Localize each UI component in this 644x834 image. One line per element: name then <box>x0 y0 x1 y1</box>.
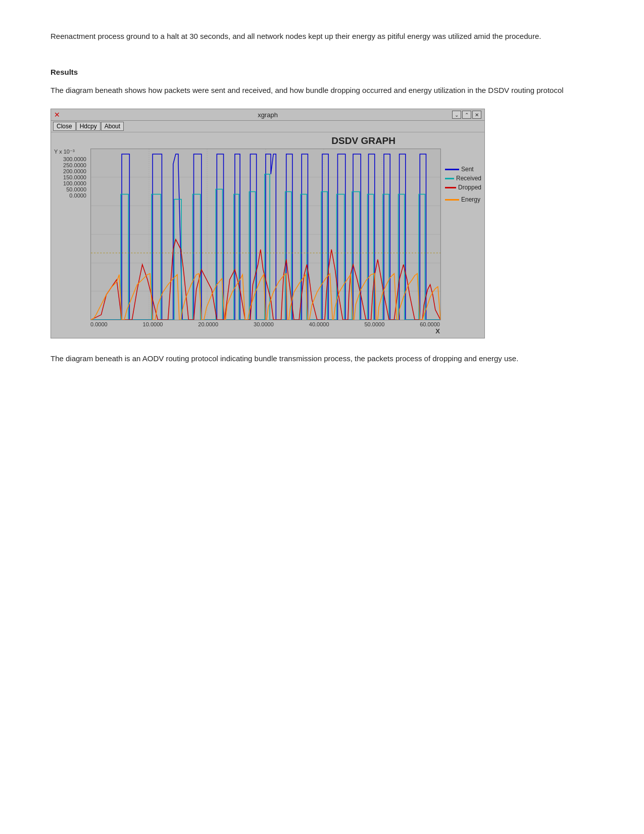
x-label-30: 30.0000 <box>254 321 274 327</box>
y-axis-area: Y x 10⁻³ 300.0000 250.0000 200.0000 150.… <box>54 149 90 335</box>
x-label-20: 20.0000 <box>198 321 218 327</box>
legend: Sent Received Dropped Energy <box>441 135 481 335</box>
results-heading: Results <box>51 68 593 76</box>
chart-svg <box>90 149 441 320</box>
win-btn-maximize[interactable]: ⌃ <box>462 111 471 119</box>
chart-plot-wrapper: 0.0000 10.0000 20.0000 30.0000 40.0000 5… <box>90 149 441 335</box>
x-label-60: 60.0000 <box>420 321 440 327</box>
chart-container: Y x 10⁻³ 300.0000 250.0000 200.0000 150.… <box>54 149 441 335</box>
xgraph-window: ✕ xgraph ⌄ ⌃ ✕ Close Hdcpy About DSDV GR… <box>51 109 485 338</box>
legend-line-received <box>445 178 454 179</box>
xgraph-win-controls: ⌄ ⌃ ✕ <box>452 111 481 119</box>
xgraph-titlebar: ✕ xgraph ⌄ ⌃ ✕ <box>51 109 484 121</box>
legend-item-sent: Sent <box>445 166 481 173</box>
legend-line-energy <box>445 199 459 201</box>
win-btn-minimize[interactable]: ⌄ <box>452 111 461 119</box>
legend-label-energy: Energy <box>461 196 480 203</box>
graph-area: DSDV GRAPH Y x 10⁻³ 300.0000 250.0000 20… <box>54 135 441 335</box>
x-axis-labels: 0.0000 10.0000 20.0000 30.0000 40.0000 5… <box>90 320 441 327</box>
y-label-150: 150.0000 <box>54 174 86 180</box>
x-label-50: 50.0000 <box>364 321 384 327</box>
y-label-50: 50.0000 <box>54 186 86 192</box>
legend-item-dropped: Dropped <box>445 184 481 191</box>
x-axis-label: X <box>90 327 441 335</box>
sent-line <box>91 154 440 320</box>
y-label-300: 300.0000 <box>54 156 86 162</box>
y-label-100: 100.0000 <box>54 180 86 186</box>
y-label-250: 250.0000 <box>54 162 86 168</box>
y-label-200: 200.0000 <box>54 168 86 174</box>
xgraph-body: DSDV GRAPH Y x 10⁻³ 300.0000 250.0000 20… <box>51 132 484 338</box>
win-btn-close[interactable]: ✕ <box>472 111 481 119</box>
legend-line-dropped <box>445 187 456 188</box>
legend-label-dropped: Dropped <box>458 184 481 191</box>
y-axis-labels: 300.0000 250.0000 200.0000 150.0000 100.… <box>54 156 88 199</box>
about-button[interactable]: About <box>101 122 124 131</box>
aodv-paragraph: The diagram beneath is an AODV routing p… <box>51 353 593 365</box>
x-label-40: 40.0000 <box>309 321 329 327</box>
y-axis-title: Y x 10⁻³ <box>54 149 90 155</box>
legend-label-sent: Sent <box>461 166 474 173</box>
xgraph-close-icon[interactable]: ✕ <box>54 111 60 119</box>
xgraph-title: xgraph <box>258 111 278 119</box>
hdcpy-button[interactable]: Hdcpy <box>76 122 101 131</box>
y-label-0: 0.0000 <box>54 192 86 199</box>
legend-item-energy: Energy <box>445 196 481 203</box>
xgraph-toolbar: Close Hdcpy About <box>51 121 484 132</box>
results-paragraph1: The diagram beneath shows how packets we… <box>51 84 593 96</box>
intro-paragraph: Reenactment process ground to a halt at … <box>51 30 593 42</box>
x-label-0: 0.0000 <box>90 321 108 327</box>
graph-title: DSDV GRAPH <box>54 135 441 146</box>
legend-label-received: Received <box>456 175 481 182</box>
legend-line-sent <box>445 169 459 170</box>
close-button[interactable]: Close <box>53 122 76 131</box>
x-label-10: 10.0000 <box>143 321 163 327</box>
legend-item-received: Received <box>445 175 481 182</box>
